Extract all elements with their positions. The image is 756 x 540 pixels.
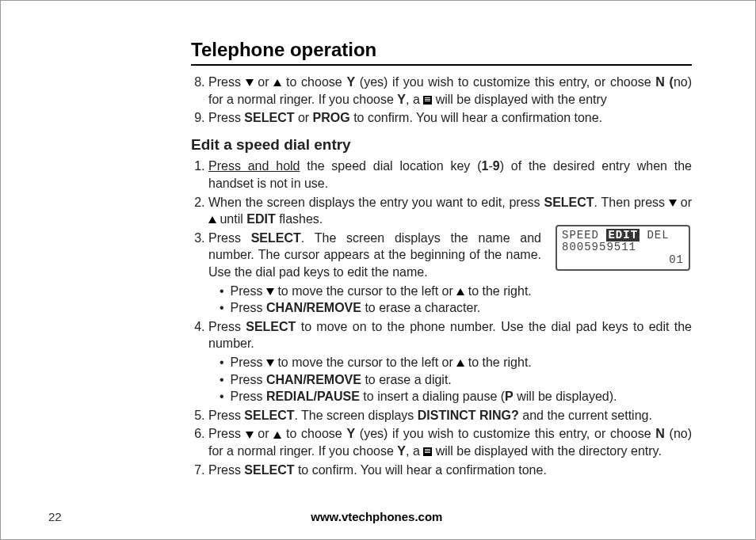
edit-steps: Press and hold the speed dial location k…: [191, 158, 692, 478]
up-arrow-icon: [273, 79, 281, 86]
edit-step-3b: Press CHAN/REMOVE to erase a character.: [220, 299, 692, 317]
note-icon: [423, 447, 432, 456]
lcd-line-3: 01: [562, 254, 684, 266]
note-icon: [423, 96, 432, 105]
down-arrow-icon: [246, 79, 254, 86]
down-arrow-icon: [669, 200, 677, 207]
up-arrow-icon: [208, 216, 216, 223]
continued-steps: Press or to choose Y (yes) if you wish t…: [191, 74, 692, 127]
lcd-line-1: SPEED EDIT DEL: [562, 230, 684, 241]
edit-step-4b: Press CHAN/REMOVE to erase a digit.: [220, 371, 692, 389]
manual-page: Telephone operation Press or to choose Y…: [0, 0, 756, 540]
edit-step-1: Press and hold the speed dial location k…: [208, 158, 692, 192]
step-9: Press SELECT or PROG to confirm. You wil…: [208, 109, 692, 127]
up-arrow-icon: [456, 359, 464, 367]
edit-step-4-sub: Press to move the cursor to the left or …: [208, 354, 692, 405]
step-8: Press or to choose Y (yes) if you wish t…: [208, 74, 692, 108]
edit-step-2: When the screen displays the entry you w…: [208, 194, 692, 228]
edit-step-7: Press SELECT to confirm. You will hear a…: [208, 462, 692, 479]
subheading: Edit a speed dial entry: [191, 135, 692, 155]
page-title: Telephone operation: [48, 39, 692, 61]
lcd-screen: SPEED EDIT DEL 8005959511 01: [556, 225, 690, 271]
title-rule: [191, 64, 692, 66]
down-arrow-icon: [266, 288, 274, 295]
footer-url: www.vtechphones.com: [62, 510, 692, 523]
page-footer: 22 www.vtechphones.com: [48, 510, 692, 523]
edit-step-3a: Press to move the cursor to the left or …: [220, 283, 692, 300]
up-arrow-icon: [456, 288, 464, 295]
down-arrow-icon: [246, 432, 254, 439]
edit-step-4a: Press to move the cursor to the left or …: [220, 354, 692, 371]
page-number: 22: [48, 510, 62, 523]
edit-step-4c: Press REDIAL/PAUSE to insert a dialing p…: [220, 388, 692, 405]
edit-step-5: Press SELECT. The screen displays DISTIN…: [208, 407, 692, 424]
lcd-line-2: 8005959511: [562, 241, 684, 253]
edit-step-4: Press SELECT to move on to the phone num…: [208, 318, 692, 405]
page-content: Press or to choose Y (yes) if you wish t…: [191, 74, 692, 478]
down-arrow-icon: [266, 359, 274, 367]
edit-step-6: Press or to choose Y (yes) if you wish t…: [208, 425, 692, 459]
edit-step-3-sub: Press to move the cursor to the left or …: [208, 283, 692, 317]
up-arrow-icon: [273, 432, 281, 439]
lcd-edit-highlighted: EDIT: [606, 229, 640, 241]
